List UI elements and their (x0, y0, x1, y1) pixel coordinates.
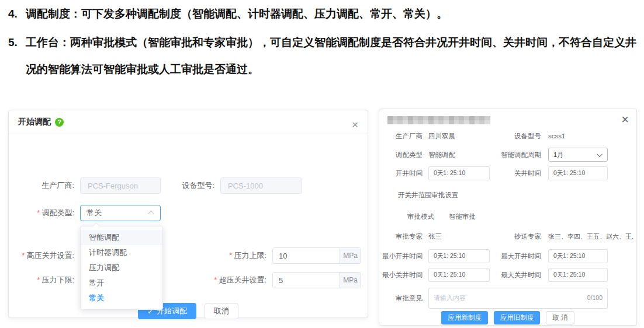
close-icon[interactable]: × (621, 113, 629, 126)
apply-new-policy-button[interactable]: 应用新制度 (441, 311, 488, 324)
dispatch-type-value: 常关 (86, 208, 102, 218)
doc-item-4: 4. 调配制度：可下发多种调配制度（智能调配、计时器调配、压力调配、常开、常关）… (8, 5, 639, 23)
dialog-header: 开始调配 ? (9, 110, 368, 134)
device-model-value: scss1 (548, 129, 565, 143)
min-close-time-label: 最小关井时间 (379, 268, 423, 282)
dispatch-type-value: 智能调配 (428, 148, 455, 162)
required-mark: * (37, 275, 40, 284)
approval-mode-label: 审批模式 (379, 210, 434, 224)
manufacturer-value: 四川双晨 (428, 129, 455, 143)
required-mark: * (214, 275, 217, 284)
max-open-time-label: 最大开井时间 (489, 249, 541, 263)
document-text: 4. 调配制度：可下发多种调配制度（智能调配、计时器调配、压力调配、常开、常关）… (8, 5, 639, 83)
approval-comment-textarea[interactable]: 请输入内容 0/100 (428, 288, 608, 309)
device-model-label: 设备型号 (489, 129, 541, 143)
required-mark: * (37, 208, 40, 217)
pressure-lower-label: *压力下限: (18, 272, 74, 288)
close-time-field[interactable] (548, 166, 608, 180)
apply-old-policy-button[interactable]: 应用旧制度 (494, 311, 541, 324)
pressure-upper-unit: MPa (340, 248, 361, 263)
dropdown-option-smart[interactable]: 智能调配 (81, 230, 162, 245)
required-mark: * (229, 251, 232, 260)
approval-mode-value: 智能审批 (449, 210, 476, 224)
dispatch-type-dropdown: 智能调配 计时器调配 压力调配 常开 常关 (80, 226, 163, 310)
required-mark: * (22, 251, 25, 260)
dialog-footer: ✓ 开始调配 取消 (18, 303, 358, 319)
overpressure-close-unit: MPa (340, 273, 361, 288)
device-model-label: 设备型号: (161, 177, 214, 194)
dropdown-option-always-closed[interactable]: 常关 (81, 291, 162, 306)
cc-expert-label: 抄送专家 (489, 229, 541, 243)
dispatch-type-label: 调配类型 (379, 148, 423, 162)
pressure-upper-field[interactable] (273, 248, 340, 263)
max-open-time-field[interactable] (548, 249, 608, 263)
comment-char-counter: 0/100 (587, 294, 603, 301)
dialog-body: 生产厂商: 设备型号: *调配类型: 常关 智能调配 计时器调配 压力调配 常开… (18, 134, 358, 317)
chevron-up-icon (148, 211, 154, 217)
smart-cycle-value: 1月 (553, 151, 563, 159)
dropdown-arrow (92, 222, 100, 230)
overpressure-close-field[interactable] (273, 273, 340, 288)
doc-item-text: 工作台：两种审批模式（智能审批和专家审批），可自定义智能调配制度是否符合井况开井… (26, 29, 639, 83)
overpressure-close-label: *超压关井设置: (202, 272, 266, 288)
min-open-time-label: 最小开井时间 (379, 249, 423, 263)
cancel-button[interactable]: 取消 (205, 303, 238, 319)
dispatch-type-select[interactable]: 常关 (80, 205, 161, 221)
redacted-title (387, 116, 490, 124)
dialog-title: 开始调配 (18, 117, 51, 127)
close-icon[interactable]: × (352, 119, 358, 130)
doc-item-number: 4. (8, 5, 26, 23)
approval-comment-label: 审批意见 (379, 291, 423, 305)
min-open-time-field[interactable] (428, 249, 490, 263)
smart-cycle-label: 智能调配周期 (489, 148, 541, 162)
comment-placeholder: 请输入内容 (434, 294, 466, 302)
doc-item-5: 5. 工作台：两种审批模式（智能审批和专家审批），可自定义智能调配制度是否符合井… (8, 29, 639, 83)
max-close-time-label: 最大关井时间 (489, 268, 541, 282)
cancel-button[interactable]: 取 消 (546, 311, 574, 324)
open-time-label: 开井时间 (379, 166, 423, 180)
overpressure-close-group: MPa (272, 272, 361, 288)
pressure-upper-label: *压力上限: (207, 247, 266, 264)
approval-range-section-title: 开关井范围审批设置 (398, 191, 459, 200)
pressure-upper-group: MPa (272, 247, 361, 264)
dispatch-type-label: *调配类型: (18, 205, 74, 221)
smart-cycle-select[interactable]: 1月 (548, 148, 608, 162)
approval-expert-value: 张三 (428, 229, 442, 243)
close-time-label: 关井时间 (489, 166, 541, 180)
approval-expert-label: 审批专家 (379, 229, 423, 243)
dropdown-option-timer[interactable]: 计时器调配 (81, 245, 162, 260)
open-time-field[interactable] (428, 166, 490, 180)
manufacturer-field (80, 177, 161, 194)
doc-item-text: 调配制度：可下发多种调配制度（智能调配、计时器调配、压力调配、常开、常关）。 (26, 5, 639, 23)
chevron-down-icon (597, 151, 603, 157)
cc-expert-value: 张三、李四、王五、赵六、王... (548, 229, 633, 243)
device-model-field (220, 177, 302, 194)
help-icon[interactable]: ? (55, 118, 64, 127)
manufacturer-label: 生产厂商: (18, 177, 74, 194)
dropdown-option-pressure[interactable]: 压力调配 (81, 260, 162, 275)
min-close-time-field[interactable] (428, 268, 490, 282)
doc-item-number: 5. (8, 29, 26, 83)
dialog-footer: 应用新制度 应用旧制度 取 消 (379, 311, 636, 324)
start-dispatch-dialog: 开始调配 ? × 生产厂商: 设备型号: *调配类型: 常关 智能调配 计时器调… (8, 110, 368, 318)
manufacturer-label: 生产厂商 (379, 129, 423, 143)
max-close-time-field[interactable] (548, 268, 608, 282)
dropdown-option-always-open[interactable]: 常开 (81, 275, 162, 291)
high-pressure-close-label: *高压关井设置: (12, 247, 74, 264)
approval-review-dialog: × 生产厂商 四川双晨 设备型号 scss1 调配类型 智能调配 智能调配周期 … (379, 109, 637, 326)
